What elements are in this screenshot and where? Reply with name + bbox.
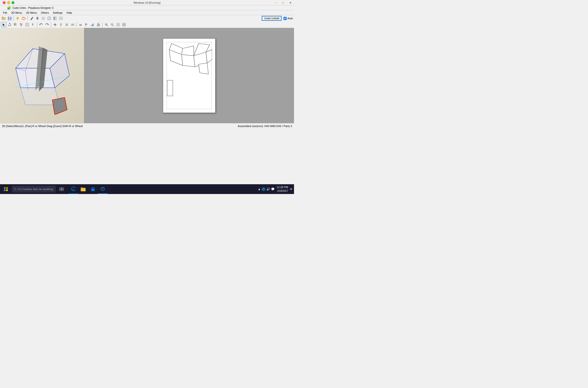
small-piece <box>167 80 173 96</box>
svg-rect-66 <box>124 25 126 26</box>
svg-rect-0 <box>2 17 5 20</box>
split-tool[interactable] <box>64 22 69 27</box>
menu-3d[interactable]: 3D Menu <box>9 11 24 15</box>
svg-rect-41 <box>71 24 72 25</box>
layout-toggle[interactable] <box>58 16 64 21</box>
svg-point-5 <box>17 17 19 19</box>
anchor-tool[interactable] <box>35 16 40 21</box>
pen-tool[interactable] <box>29 16 34 21</box>
cortana-search[interactable]: I'm Cortana. Ask me anything. <box>12 186 56 193</box>
texture-tool[interactable] <box>25 22 30 27</box>
svg-marker-79 <box>182 54 195 67</box>
print-btn[interactable] <box>96 22 101 27</box>
menu-2d[interactable]: 2D Menu <box>24 11 39 15</box>
menu-help[interactable]: Help <box>65 11 74 15</box>
menu-settings[interactable]: Settings <box>51 11 65 15</box>
auto-checkbox-group[interactable]: Auto <box>284 17 293 20</box>
svg-rect-110 <box>81 187 83 189</box>
snap-tool[interactable] <box>52 22 58 27</box>
svg-marker-113 <box>101 187 105 189</box>
redo-button[interactable] <box>44 22 50 27</box>
clock-date: 2/18/2017 <box>277 189 288 193</box>
join-tool[interactable] <box>70 22 75 27</box>
win-controls[interactable]: − □ ✕ <box>272 0 294 5</box>
minimize-button[interactable]: − <box>272 0 279 5</box>
light-toggle[interactable] <box>15 16 20 21</box>
svg-rect-1 <box>2 17 3 18</box>
task-view-button[interactable] <box>57 184 67 194</box>
tray-network[interactable]: 🌐 <box>262 187 265 191</box>
grid-tool[interactable] <box>13 22 18 27</box>
toolbar-2: T 12 <box>0 22 294 28</box>
tray-arrow[interactable]: ▲ <box>258 187 261 191</box>
start-button[interactable] <box>1 184 11 194</box>
svg-marker-20 <box>9 23 10 24</box>
svg-rect-4 <box>9 19 11 20</box>
svg-rect-24 <box>15 24 16 25</box>
align-tool[interactable] <box>58 22 64 27</box>
shape-tool[interactable] <box>47 16 52 21</box>
svg-point-9 <box>37 17 38 18</box>
svg-rect-40 <box>60 25 62 26</box>
open-button[interactable] <box>1 16 6 21</box>
save-button[interactable] <box>7 16 12 21</box>
toolbar-sep-2 <box>27 16 28 21</box>
menu-bar: File 3D Menu 2D Menu Others Settings Hel… <box>0 10 294 15</box>
svg-rect-49 <box>93 24 94 26</box>
svg-rect-37 <box>55 23 55 26</box>
minimize-dot[interactable] <box>7 1 10 4</box>
svg-point-103 <box>14 188 16 190</box>
window-controls-mac[interactable] <box>2 0 15 5</box>
menu-others[interactable]: Others <box>39 11 51 15</box>
svg-rect-28 <box>26 23 29 26</box>
reset-btn[interactable] <box>121 22 127 27</box>
svg-rect-42 <box>73 24 74 25</box>
maximize-dot[interactable] <box>11 1 14 4</box>
auto-checkbox[interactable] <box>284 17 287 20</box>
status-right: Assembled size(mm): H43 W60 D43 / Parts … <box>238 125 292 127</box>
svg-point-26 <box>21 23 23 25</box>
svg-rect-48 <box>92 24 93 26</box>
svg-rect-100 <box>6 187 8 189</box>
svg-marker-83 <box>182 46 194 56</box>
numbers-btn[interactable]: 12 <box>78 22 83 27</box>
menu-file[interactable]: File <box>1 11 9 15</box>
2d-view[interactable] <box>84 28 294 123</box>
tray-volume[interactable]: 🔊 <box>266 187 270 191</box>
zoom-out-btn[interactable] <box>109 22 115 27</box>
svg-line-55 <box>107 25 108 26</box>
transform-tool[interactable] <box>41 16 46 21</box>
svg-marker-85 <box>206 49 212 63</box>
taskbar-explorer[interactable] <box>78 184 88 194</box>
select-tool[interactable] <box>1 22 6 27</box>
svg-rect-107 <box>59 189 61 191</box>
taskbar-edge[interactable] <box>69 184 78 194</box>
maximize-button[interactable]: □ <box>279 0 287 5</box>
taskbar-tray: ▲ 🌐 🔊 💬 12:26 PM 2/18/2017 ⊞ <box>258 185 293 193</box>
svg-point-27 <box>21 25 22 26</box>
svg-rect-6 <box>17 19 18 20</box>
zoom-in-btn[interactable] <box>104 22 109 27</box>
undo-unfold-button[interactable]: Undo Unfold <box>262 16 282 21</box>
taskbar-store[interactable] <box>88 184 98 194</box>
3d-view[interactable] <box>0 28 84 123</box>
toolbar2-sep-2 <box>51 22 51 27</box>
toolbar-sep-1 <box>13 16 14 21</box>
3d-view-button[interactable] <box>21 16 26 21</box>
flag-btn[interactable] <box>84 22 89 27</box>
close-button[interactable]: ✕ <box>287 0 294 5</box>
tray-action-center[interactable]: 💬 <box>271 187 275 191</box>
rotate-tool[interactable] <box>7 22 12 27</box>
chart-btn[interactable] <box>90 22 95 27</box>
close-dot[interactable] <box>3 1 6 4</box>
view-toggle[interactable] <box>52 16 58 21</box>
undo-button[interactable] <box>38 22 44 27</box>
system-tray: ▲ 🌐 🔊 💬 <box>258 187 275 191</box>
taskbar-pepakura[interactable] <box>98 184 108 194</box>
color-tool[interactable] <box>19 22 24 27</box>
tray-show-desktop[interactable]: ⊞ <box>290 188 292 190</box>
system-clock[interactable]: 12:26 PM 2/18/2017 <box>277 185 288 193</box>
label-tool[interactable]: T <box>30 22 36 27</box>
select2-btn[interactable] <box>115 22 121 27</box>
svg-rect-63 <box>123 23 124 24</box>
